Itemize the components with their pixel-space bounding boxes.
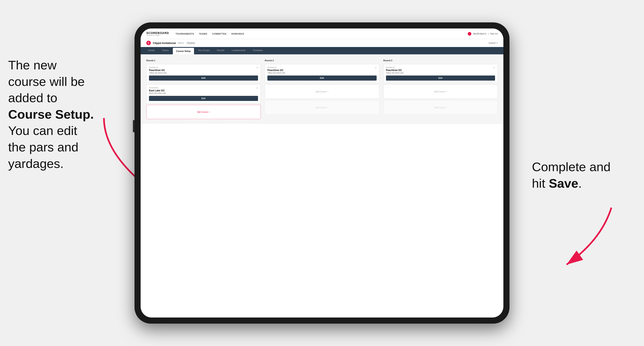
tournament-name: Clippd Invitational xyxy=(153,41,176,45)
round3-add-course-disabled: Add Course + xyxy=(383,100,498,115)
clippd-logo: C xyxy=(146,41,151,45)
round3-add-course-plus-icon: + xyxy=(446,91,447,93)
annotation-line5: You can edit xyxy=(8,124,77,138)
round1-add-course-label: Add Course xyxy=(197,111,208,113)
hosting-badge: Hosting xyxy=(186,41,196,45)
round1-course-a-edit[interactable]: Edit xyxy=(149,75,258,81)
tab-course-setup[interactable]: Course Setup xyxy=(173,48,194,54)
round2-course-a-delete[interactable]: ⊡ xyxy=(374,66,378,69)
round2-course-a-label: (Course A) xyxy=(268,66,376,68)
round2-add-course-plus-icon: + xyxy=(327,91,328,93)
annotation-right-end: . xyxy=(578,176,582,190)
annotation-line4: Course Setup. xyxy=(8,107,94,121)
annotation-line7: yardages. xyxy=(8,157,64,171)
main-content: Round 1 ⊡ (Course A) Peachtree GC Yellow… xyxy=(140,54,504,124)
round3-course-a-card: ⊡ (Course A) Peachtree GC Yellow (M) (66… xyxy=(383,64,498,83)
round-2-label: Round 2 xyxy=(265,59,379,62)
round3-add-course-label: Add Course xyxy=(434,91,445,93)
tournament-gender: (Men) xyxy=(178,42,184,44)
user-avatar xyxy=(468,32,472,36)
nav-links: TOURNAMENTS TEAMS COMMITTEE RANKINGS xyxy=(176,32,244,35)
round2-add-course-button[interactable]: Add Course + xyxy=(265,84,379,99)
cancel-button[interactable]: Cancel × xyxy=(488,42,498,44)
round3-add-course-disabled-plus: + xyxy=(446,106,447,109)
round2-course-a-name: Peachtree GC xyxy=(268,69,376,72)
user-email: blair@clippd.io xyxy=(473,32,486,35)
round-1-column: Round 1 ⊡ (Course A) Peachtree GC Yellow… xyxy=(146,59,261,119)
round-2-column: Round 2 ⊡ (Course A) Peachtree GC Yellow… xyxy=(265,59,379,119)
round3-course-a-edit[interactable]: Edit xyxy=(386,75,495,81)
tablet-screen: SCOREBOARD Powered by clippd TOURNAMENTS… xyxy=(140,28,504,318)
round1-course-b-label: (Course B) xyxy=(149,87,258,89)
right-arrow xyxy=(550,203,628,277)
tab-results[interactable]: Results xyxy=(214,47,228,54)
round3-course-a-label: (Course A) xyxy=(386,66,495,68)
annotation-line2: course will be xyxy=(8,74,85,89)
navbar-left: SCOREBOARD Powered by clippd TOURNAMENTS… xyxy=(146,31,244,36)
annotation-line1: The new xyxy=(8,58,57,72)
round3-add-course-disabled-label: Add Course xyxy=(434,106,445,109)
nav-rankings[interactable]: RANKINGS xyxy=(231,32,244,35)
round1-course-a-card: ⊡ (Course A) Peachtree GC Yellow (M) (66… xyxy=(146,64,261,83)
nav-separator: | xyxy=(488,32,489,35)
tab-bar: Details Teams Course Setup Tee Groups Re… xyxy=(140,47,504,54)
rounds-grid: Round 1 ⊡ (Course A) Peachtree GC Yellow… xyxy=(146,59,498,119)
tab-details[interactable]: Details xyxy=(145,47,158,54)
round1-course-b-delete[interactable]: ⊡ xyxy=(256,86,259,90)
sign-out-link[interactable]: Sign out xyxy=(490,32,498,35)
round2-add-course-disabled-plus: + xyxy=(327,106,328,109)
round1-course-a-label: (Course A) xyxy=(149,66,258,68)
tab-tee-groups[interactable]: Tee Groups xyxy=(195,47,213,54)
nav-teams[interactable]: TEAMS xyxy=(199,32,207,35)
scoreboard-title: SCOREBOARD xyxy=(146,31,169,35)
round1-course-a-delete[interactable]: ⊡ xyxy=(256,66,259,69)
round1-course-b-tee: Black (M) (6891 yds) xyxy=(149,92,258,94)
tablet-frame: SCOREBOARD Powered by clippd TOURNAMENTS… xyxy=(134,22,510,324)
round2-add-course-label: Add Course xyxy=(316,91,326,93)
round1-course-a-tee: Yellow (M) (6629 yds) xyxy=(149,72,258,74)
round2-add-course-disabled-label: Add Course xyxy=(316,106,326,109)
sub-header: C Clippd Invitational (Men) Hosting Canc… xyxy=(140,39,504,47)
round1-course-b-name: East Lake GC xyxy=(149,89,258,92)
annotation-line6: the pars and xyxy=(8,140,78,154)
round2-course-a-card: ⊡ (Course A) Peachtree GC Yellow (M) (66… xyxy=(265,64,379,83)
tab-printables[interactable]: Printables xyxy=(250,47,266,54)
round3-add-course-button[interactable]: Add Course + xyxy=(383,84,498,99)
round3-course-a-tee: Yellow (M) (6629 yds) xyxy=(386,72,495,74)
round2-add-course-disabled: Add Course + xyxy=(265,100,379,115)
round3-course-a-name: Peachtree GC xyxy=(386,69,495,72)
nav-committee[interactable]: COMMITTEE xyxy=(212,32,226,35)
annotation-save-bold: Save xyxy=(549,176,578,190)
round-1-label: Round 1 xyxy=(146,59,261,62)
navbar-right: blair@clippd.io | Sign out xyxy=(468,32,498,36)
annotation-right-line1: Complete and xyxy=(532,160,610,174)
right-annotation: Complete and hit Save. xyxy=(532,159,638,191)
nav-tournaments[interactable]: TOURNAMENTS xyxy=(176,32,194,35)
round-3-label: Round 3 xyxy=(383,59,498,62)
scoreboard-logo: SCOREBOARD Powered by clippd xyxy=(146,31,169,36)
round-3-column: Round 3 ⊡ (Course A) Peachtree GC Yellow… xyxy=(383,59,498,119)
round1-add-course-button[interactable]: Add Course + xyxy=(146,105,261,119)
annotation-line3: added to xyxy=(8,91,57,105)
scoreboard-sub: Powered by clippd xyxy=(146,35,169,36)
round3-course-a-delete[interactable]: ⊡ xyxy=(492,66,496,69)
app-navbar: SCOREBOARD Powered by clippd TOURNAMENTS… xyxy=(140,28,504,39)
round2-course-a-edit[interactable]: Edit xyxy=(268,75,376,81)
round2-course-a-tee: Yellow (M) (6629 yds) xyxy=(268,72,376,74)
side-button xyxy=(133,120,134,132)
sub-header-left: C Clippd Invitational (Men) Hosting xyxy=(146,41,196,45)
tab-leaderboards[interactable]: Leaderboards xyxy=(228,47,249,54)
round1-add-course-plus-icon: + xyxy=(209,111,210,113)
tab-teams[interactable]: Teams xyxy=(159,47,172,54)
round1-course-a-name: Peachtree GC xyxy=(149,69,258,72)
annotation-right-line2: hit xyxy=(532,176,549,190)
round1-course-b-card: ⊡ (Course B) East Lake GC Black (M) (689… xyxy=(146,84,261,103)
round1-course-b-edit[interactable]: Edit xyxy=(149,96,258,101)
